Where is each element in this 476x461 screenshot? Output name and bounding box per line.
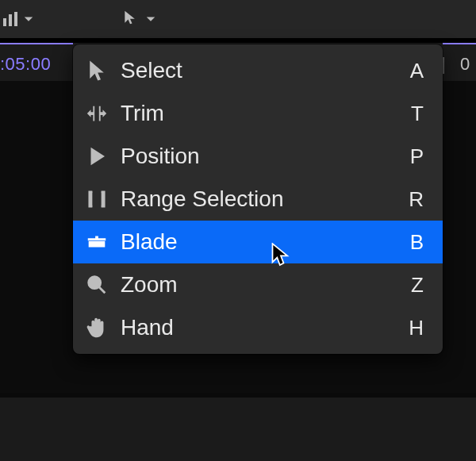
playhead-indicator <box>443 43 476 44</box>
levels-icon <box>3 12 17 26</box>
menu-item-zoom[interactable]: Zoom Z <box>73 263 443 306</box>
menu-item-blade[interactable]: Blade B <box>73 221 443 263</box>
toolbar <box>0 0 476 38</box>
menu-item-label: Select <box>121 58 399 83</box>
menu-item-label: Trim <box>121 101 400 126</box>
blade-icon <box>84 229 109 255</box>
hand-icon <box>84 315 109 340</box>
timecode-label: :05:00 <box>0 54 51 75</box>
pointer-icon <box>122 9 138 29</box>
tool-menu: Select A Trim T Position P Range Selecti… <box>73 44 443 354</box>
playhead-indicator <box>0 43 73 44</box>
bottom-panel <box>0 398 476 461</box>
menu-item-shortcut: Z <box>411 273 427 298</box>
menu-item-label: Hand <box>121 315 397 340</box>
menu-item-shortcut: B <box>410 230 427 255</box>
chevron-down-icon[interactable] <box>22 13 35 25</box>
menu-item-trim[interactable]: Trim T <box>73 92 443 135</box>
trim-icon <box>84 101 109 126</box>
svg-point-0 <box>89 277 101 289</box>
toolbar-left-group <box>0 12 35 26</box>
menu-item-label: Position <box>121 144 399 169</box>
chevron-down-icon[interactable] <box>144 13 157 25</box>
position-icon <box>84 144 109 169</box>
menu-item-label: Range Selection <box>121 186 397 212</box>
menu-item-hand[interactable]: Hand H <box>73 306 443 349</box>
zoom-icon <box>84 272 109 298</box>
range-selection-icon <box>84 186 109 212</box>
menu-item-select[interactable]: Select A <box>73 49 443 92</box>
menu-item-label: Blade <box>121 229 399 255</box>
menu-item-shortcut: R <box>409 187 427 212</box>
menu-item-shortcut: P <box>410 144 427 169</box>
menu-item-position[interactable]: Position P <box>73 135 443 178</box>
timecode-label-fragment: 0 <box>460 54 470 75</box>
menu-item-label: Zoom <box>121 272 400 298</box>
pointer-icon <box>84 58 109 83</box>
menu-item-shortcut: T <box>411 102 427 126</box>
menu-item-shortcut: H <box>409 316 427 340</box>
menu-item-range-selection[interactable]: Range Selection R <box>73 178 443 221</box>
tool-selector[interactable] <box>35 9 157 29</box>
menu-item-shortcut: A <box>410 59 427 83</box>
